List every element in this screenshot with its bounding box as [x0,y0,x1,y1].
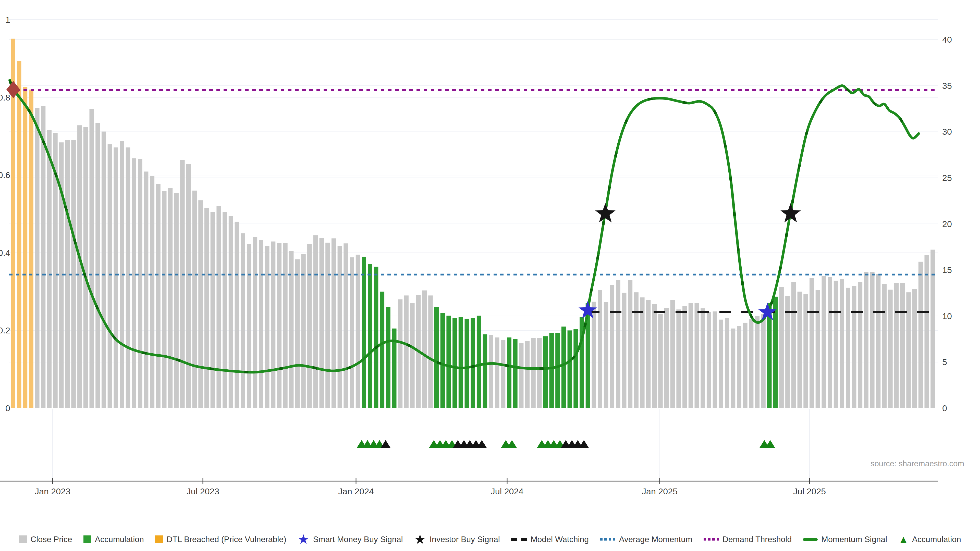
close-price-bar [598,290,602,408]
accumulation-bar [513,339,517,408]
legend-label: Smart Money Buy Signal [313,535,403,544]
source-attribution: source: sharemaestro.com [870,459,964,468]
close-price-bar [338,246,342,408]
close-price-bar [628,280,633,408]
close-price-bar [126,148,130,408]
accumulation-bar [568,330,572,408]
legend-item-smart-money-buy-signal[interactable]: ★ Smart Money Buy Signal [298,535,403,544]
legend-item-investor-buy-signal[interactable]: ★ Investor Buy Signal [414,535,500,544]
accumulation-bar [452,318,457,408]
legend-item-average-momentum[interactable]: Average Momentum [600,535,692,544]
accumulation-bar [507,338,511,408]
close-price-bar [235,222,239,408]
chart-page: Jan 2023Jul 2023Jan 2024Jul 2024Jan 2025… [0,0,980,551]
close-price-bar [186,164,191,408]
close-price-bar [174,193,179,408]
close-price-bar [253,237,258,408]
accumulation-bar [562,327,566,408]
right-axis-label: 15 [942,265,952,275]
close-price-bar [616,280,620,408]
price-momentum-chart: Jan 2023Jul 2023Jan 2024Jul 2024Jan 2025… [0,0,980,526]
close-price-bar [156,184,161,408]
close-price-bar [810,278,814,408]
close-price-bar [410,303,415,408]
close-price-bar [821,276,826,408]
close-price-bar [846,288,850,408]
legend-label: DTL Breached (Price Vulnerable) [167,535,286,544]
left-axis-label: 0.6 [0,170,10,180]
close-price-bar [180,160,185,408]
close-price-bar [707,312,711,408]
legend-item-model-watching[interactable]: Model Watching [511,535,589,544]
close-price-bar [531,338,536,408]
legend-item-momentum-signal[interactable]: Momentum Signal [803,535,887,544]
close-price-bar [755,316,760,408]
close-price-bar [265,246,269,408]
close-price-bar [35,108,40,408]
close-price-bar [313,235,318,408]
accumulation-bar [767,303,772,408]
close-price-bar [404,295,409,408]
legend-triangle-icon: ▲ [898,535,908,543]
accumulation-bar [362,257,366,408]
close-price-bar [319,238,324,408]
close-price-bar [646,300,651,408]
accumulation-bar [549,333,554,408]
dtl-breached-bar [23,87,27,408]
close-price-bar [95,123,100,408]
legend-item-accumulation[interactable]: ▲ Accumulation [898,535,961,544]
x-axis-label: Jan 2024 [338,486,374,496]
legend-item-dtl-breached-price-vulnerable-[interactable]: DTL Breached (Price Vulnerable) [155,535,286,544]
close-price-bar [870,272,875,408]
close-price-bar [241,233,245,408]
legend-label: Model Watching [531,535,589,544]
left-axis-label: 0.4 [0,248,10,258]
legend-color-swatch [83,535,91,543]
right-axis-label: 35 [942,81,952,91]
dtl-breached-bar [17,61,21,408]
close-price-bar [918,262,923,408]
close-price-bar [779,287,784,408]
close-price-bar [229,216,233,408]
accumulation-bar [573,329,578,408]
accumulation-bar [543,336,548,408]
legend-label: Average Momentum [619,535,692,544]
legend-line-icon [803,538,818,541]
legend-item-accumulation[interactable]: Accumulation [83,535,144,544]
legend-star-icon: ★ [414,535,426,543]
legend-item-demand-threshold[interactable]: Demand Threshold [703,535,792,544]
close-price-bar [204,208,209,408]
close-price-bar [664,308,669,408]
close-price-bar [906,292,911,408]
close-price-bar [198,200,203,408]
accumulation-bar [374,267,379,408]
close-price-bar [840,279,845,408]
right-axis-label: 0 [942,403,947,413]
close-price-bar [247,244,251,408]
x-axis-label: Jul 2025 [793,486,826,496]
close-price-bar [670,300,675,408]
close-price-bar [495,338,500,408]
close-price-bar [150,176,155,408]
close-price-bar [525,341,530,408]
close-price-bar [162,191,167,408]
close-price-bar [731,329,735,408]
close-price-bar [537,338,542,408]
close-price-bar [689,303,693,408]
legend-item-close-price[interactable]: Close Price [19,535,72,544]
close-price-bar [834,281,838,408]
close-price-bar [924,255,929,408]
close-price-bar [216,206,221,408]
investor-buy-signal-star [780,203,801,222]
legend-dash-icon [511,538,527,541]
accumulation-bar [458,317,463,408]
x-axis-label: Jan 2023 [35,486,70,496]
close-price-bar [882,284,886,408]
close-price-bar [350,257,354,408]
close-price-bar [816,290,820,408]
left-axis-label: 0.2 [0,326,10,335]
close-price-bar [428,295,433,408]
close-price-bar [283,243,288,408]
close-price-bar [828,277,832,408]
x-axis-label: Jul 2024 [491,486,524,496]
